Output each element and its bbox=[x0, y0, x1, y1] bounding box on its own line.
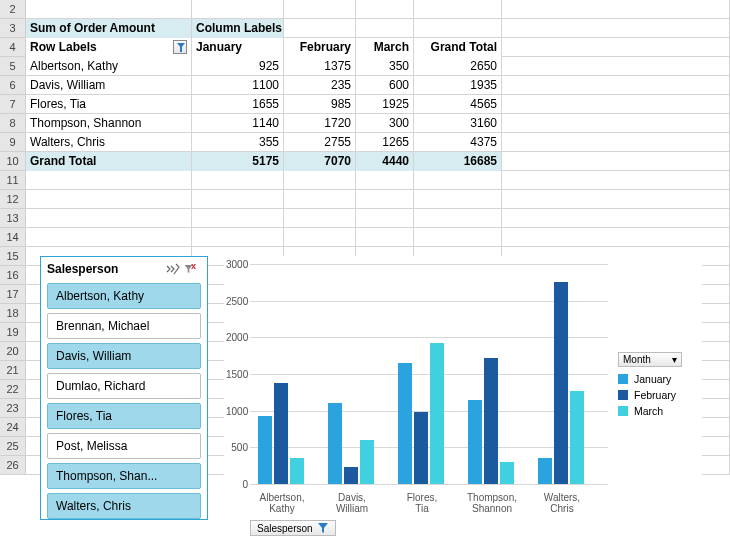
cell[interactable]: March bbox=[356, 38, 414, 57]
cell[interactable]: 4565 bbox=[414, 95, 502, 114]
bar[interactable] bbox=[484, 358, 498, 484]
cell[interactable] bbox=[356, 171, 414, 190]
slicer-item[interactable]: Walters, Chris bbox=[47, 493, 201, 519]
cell[interactable]: Thompson, Shannon bbox=[26, 114, 192, 133]
cell[interactable] bbox=[26, 209, 192, 228]
cell[interactable]: Flores, Tia bbox=[26, 95, 192, 114]
cell[interactable] bbox=[414, 0, 502, 19]
legend-item[interactable]: March bbox=[618, 405, 698, 417]
cell[interactable] bbox=[502, 0, 730, 19]
bar[interactable] bbox=[538, 458, 552, 484]
cell[interactable]: 1100 bbox=[192, 76, 284, 95]
row-header[interactable]: 17 bbox=[0, 285, 26, 304]
row-header[interactable]: 5 bbox=[0, 57, 26, 76]
cell[interactable]: 1720 bbox=[284, 114, 356, 133]
legend-field-month[interactable]: Month ▾ bbox=[618, 352, 682, 367]
cell[interactable]: Davis, William bbox=[26, 76, 192, 95]
cell[interactable]: 7070 bbox=[284, 152, 356, 171]
cell[interactable]: 5175 bbox=[192, 152, 284, 171]
multiselect-icon[interactable] bbox=[165, 261, 181, 277]
cell[interactable]: Row Labels bbox=[26, 38, 192, 57]
cell[interactable] bbox=[26, 190, 192, 209]
cell[interactable] bbox=[502, 38, 730, 57]
cell[interactable]: 1265 bbox=[356, 133, 414, 152]
cell[interactable] bbox=[192, 228, 284, 247]
cell[interactable] bbox=[356, 228, 414, 247]
cell[interactable]: January bbox=[192, 38, 284, 57]
cell[interactable] bbox=[502, 190, 730, 209]
cell[interactable] bbox=[284, 0, 356, 19]
cell[interactable]: 4375 bbox=[414, 133, 502, 152]
pivot-chart[interactable]: 050010001500200025003000Albertson,KathyD… bbox=[224, 256, 702, 538]
cell[interactable] bbox=[502, 228, 730, 247]
cell[interactable]: 350 bbox=[356, 57, 414, 76]
cell[interactable]: 2755 bbox=[284, 133, 356, 152]
legend-item[interactable]: February bbox=[618, 389, 698, 401]
bar[interactable] bbox=[274, 383, 288, 484]
cell[interactable]: 355 bbox=[192, 133, 284, 152]
row-header[interactable]: 18 bbox=[0, 304, 26, 323]
row-header[interactable]: 6 bbox=[0, 76, 26, 95]
cell[interactable] bbox=[502, 76, 730, 95]
row-header[interactable]: 8 bbox=[0, 114, 26, 133]
row-header[interactable]: 10 bbox=[0, 152, 26, 171]
row-header[interactable]: 20 bbox=[0, 342, 26, 361]
cell[interactable] bbox=[284, 190, 356, 209]
row-header[interactable]: 21 bbox=[0, 361, 26, 380]
cell[interactable] bbox=[356, 19, 414, 38]
slicer-item[interactable]: Post, Melissa bbox=[47, 433, 201, 459]
row-header[interactable]: 15 bbox=[0, 247, 26, 266]
slicer-item[interactable]: Flores, Tia bbox=[47, 403, 201, 429]
slicer-item[interactable]: Davis, William bbox=[47, 343, 201, 369]
cell[interactable]: 1925 bbox=[356, 95, 414, 114]
cell[interactable]: 1655 bbox=[192, 95, 284, 114]
pivot-measure-label[interactable]: Sum of Order Amount bbox=[26, 19, 192, 38]
slicer-item[interactable]: Dumlao, Richard bbox=[47, 373, 201, 399]
cell[interactable] bbox=[502, 19, 730, 38]
axis-field-salesperson[interactable]: Salesperson bbox=[250, 520, 336, 536]
row-header[interactable]: 11 bbox=[0, 171, 26, 190]
bar[interactable] bbox=[398, 363, 412, 484]
cell[interactable] bbox=[502, 114, 730, 133]
cell[interactable]: Walters, Chris bbox=[26, 133, 192, 152]
legend-item[interactable]: January bbox=[618, 373, 698, 385]
row-header[interactable]: 26 bbox=[0, 456, 26, 475]
cell[interactable] bbox=[192, 190, 284, 209]
cell[interactable] bbox=[26, 0, 192, 19]
bar[interactable] bbox=[468, 400, 482, 484]
cell[interactable] bbox=[192, 0, 284, 19]
cell[interactable] bbox=[284, 209, 356, 228]
cell[interactable] bbox=[26, 171, 192, 190]
row-header[interactable]: 7 bbox=[0, 95, 26, 114]
cell[interactable] bbox=[502, 209, 730, 228]
row-header[interactable]: 24 bbox=[0, 418, 26, 437]
clear-filter-icon[interactable]: x bbox=[183, 261, 199, 277]
row-header[interactable]: 12 bbox=[0, 190, 26, 209]
cell[interactable]: 1140 bbox=[192, 114, 284, 133]
slicer-item[interactable]: Thompson, Shan... bbox=[47, 463, 201, 489]
bar[interactable] bbox=[328, 403, 342, 484]
cell[interactable] bbox=[414, 171, 502, 190]
cell[interactable]: Grand Total bbox=[414, 38, 502, 57]
row-header[interactable]: 13 bbox=[0, 209, 26, 228]
filter-applied-icon[interactable] bbox=[173, 40, 187, 54]
row-header[interactable]: 2 bbox=[0, 0, 26, 19]
bar[interactable] bbox=[554, 282, 568, 484]
row-header[interactable]: 4 bbox=[0, 38, 26, 57]
cell[interactable]: 235 bbox=[284, 76, 356, 95]
cell[interactable]: 300 bbox=[356, 114, 414, 133]
row-header[interactable]: 16 bbox=[0, 266, 26, 285]
cell[interactable] bbox=[356, 190, 414, 209]
cell[interactable]: 985 bbox=[284, 95, 356, 114]
cell[interactable] bbox=[284, 19, 356, 38]
row-header[interactable]: 22 bbox=[0, 380, 26, 399]
row-header[interactable]: 14 bbox=[0, 228, 26, 247]
cell[interactable]: Albertson, Kathy bbox=[26, 57, 192, 76]
cell[interactable] bbox=[192, 171, 284, 190]
bar[interactable] bbox=[570, 391, 584, 484]
bar[interactable] bbox=[500, 462, 514, 484]
salesperson-slicer[interactable]: Salesperson x Albertson, KathyBrennan, M… bbox=[40, 256, 208, 520]
cell[interactable]: 1375 bbox=[284, 57, 356, 76]
cell[interactable]: 2650 bbox=[414, 57, 502, 76]
bar[interactable] bbox=[430, 343, 444, 484]
